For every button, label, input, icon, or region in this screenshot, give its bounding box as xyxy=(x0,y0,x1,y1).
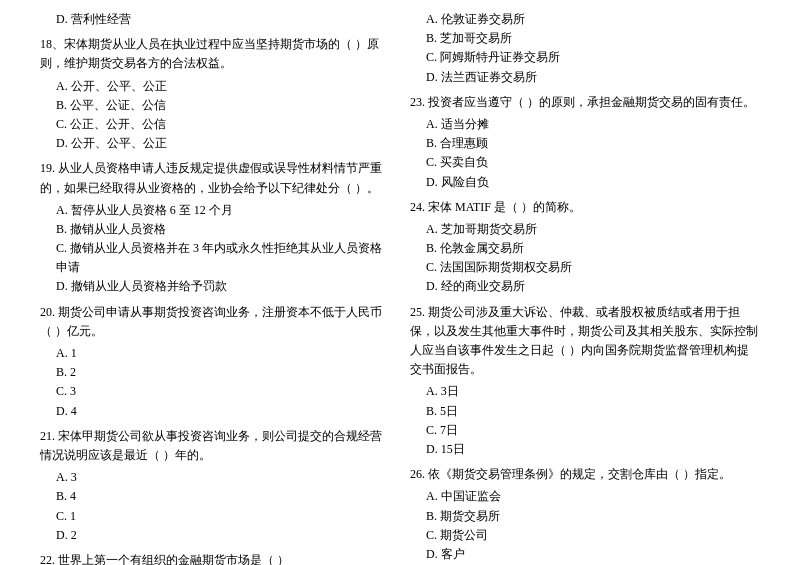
q26-opt-b: B. 期货交易所 xyxy=(426,507,760,526)
q20-opt-b: B. 2 xyxy=(56,363,390,382)
q19-opt-b: B. 撤销从业人员资格 xyxy=(56,220,390,239)
q24-opt-d: D. 经的商业交易所 xyxy=(426,277,760,296)
q26-text: 26. 依《期货交易管理条例》的规定，交割仓库由（ ）指定。 xyxy=(410,465,760,484)
q22-options-block: A. 伦敦证券交易所 B. 芝加哥交易所 C. 阿姆斯特丹证券交易所 D. 法兰… xyxy=(410,10,760,87)
q25-opt-b: B. 5日 xyxy=(426,402,760,421)
q22-opt-c: C. 阿姆斯特丹证券交易所 xyxy=(426,48,760,67)
q21-opt-a: A. 3 xyxy=(56,468,390,487)
q25-opt-d: D. 15日 xyxy=(426,440,760,459)
q21-text: 21. 宋体甲期货公司欲从事投资咨询业务，则公司提交的合规经营情况说明应该是最近… xyxy=(40,427,390,465)
q19-opt-d: D. 撤销从业人员资格并给予罚款 xyxy=(56,277,390,296)
left-column: D. 营利性经营 18、宋体期货从业人员在执业过程中应当坚持期货市场的（ ）原则… xyxy=(40,10,400,565)
q23-opt-c: C. 买卖自负 xyxy=(426,153,760,172)
q22-text: 22. 世界上第一个有组织的金融期货市场是（ ） xyxy=(40,551,390,565)
q25-opt-a: A. 3日 xyxy=(426,382,760,401)
q19-opt-a: A. 暂停从业人员资格 6 至 12 个月 xyxy=(56,201,390,220)
question-23: 23. 投资者应当遵守（ ）的原则，承担金融期货交易的固有责任。 A. 适当分摊… xyxy=(410,93,760,192)
question-20: 20. 期货公司申请从事期货投资咨询业务，注册资本不低于人民币（ ）亿元。 A.… xyxy=(40,303,390,421)
q21-opt-b: B. 4 xyxy=(56,487,390,506)
q18-opt-b: B. 公平、公证、公信 xyxy=(56,96,390,115)
q26-opt-c: C. 期货公司 xyxy=(426,526,760,545)
q23-opt-a: A. 适当分摊 xyxy=(426,115,760,134)
q22-opt-a: A. 伦敦证券交易所 xyxy=(426,10,760,29)
q25-opt-c: C. 7日 xyxy=(426,421,760,440)
q21-opt-c: C. 1 xyxy=(56,507,390,526)
q20-text: 20. 期货公司申请从事期货投资咨询业务，注册资本不低于人民币（ ）亿元。 xyxy=(40,303,390,341)
q18-opt-d: D. 公开、公平、公正 xyxy=(56,134,390,153)
q26-opt-d: D. 客户 xyxy=(426,545,760,564)
q23-opt-b: B. 合理惠顾 xyxy=(426,134,760,153)
q21-opt-d: D. 2 xyxy=(56,526,390,545)
option-text: D. 营利性经营 xyxy=(56,10,390,29)
q22-opt-d: D. 法兰西证券交易所 xyxy=(426,68,760,87)
q22-opt-b: B. 芝加哥交易所 xyxy=(426,29,760,48)
question-18: 18、宋体期货从业人员在执业过程中应当坚持期货市场的（ ）原则，维护期货交易各方… xyxy=(40,35,390,153)
question-22: 22. 世界上第一个有组织的金融期货市场是（ ） xyxy=(40,551,390,565)
main-content: D. 营利性经营 18、宋体期货从业人员在执业过程中应当坚持期货市场的（ ）原则… xyxy=(40,10,760,565)
q24-opt-b: B. 伦敦金属交易所 xyxy=(426,239,760,258)
question-19: 19. 从业人员资格申请人违反规定提供虚假或误导性材料情节严重的，如果已经取得从… xyxy=(40,159,390,296)
right-column: A. 伦敦证券交易所 B. 芝加哥交易所 C. 阿姆斯特丹证券交易所 D. 法兰… xyxy=(400,10,760,565)
question-26: 26. 依《期货交易管理条例》的规定，交割仓库由（ ）指定。 A. 中国证监会 … xyxy=(410,465,760,564)
q24-opt-a: A. 芝加哥期货交易所 xyxy=(426,220,760,239)
question-25: 25. 期货公司涉及重大诉讼、仲裁、或者股权被质结或者用于担保，以及发生其他重大… xyxy=(410,303,760,460)
q19-opt-c: C. 撤销从业人员资格并在 3 年内或永久性拒绝其从业人员资格申请 xyxy=(56,239,390,277)
q24-opt-c: C. 法国国际期货期权交易所 xyxy=(426,258,760,277)
q18-opt-a: A. 公开、公平、公正 xyxy=(56,77,390,96)
q26-opt-a: A. 中国证监会 xyxy=(426,487,760,506)
q18-opt-c: C. 公正、公开、公信 xyxy=(56,115,390,134)
q18-text: 18、宋体期货从业人员在执业过程中应当坚持期货市场的（ ）原则，维护期货交易各方… xyxy=(40,35,390,73)
question-24: 24. 宋体 MATIF 是（ ）的简称。 A. 芝加哥期货交易所 B. 伦敦金… xyxy=(410,198,760,297)
q23-opt-d: D. 风险自负 xyxy=(426,173,760,192)
q20-opt-d: D. 4 xyxy=(56,402,390,421)
question-21: 21. 宋体甲期货公司欲从事投资咨询业务，则公司提交的合规经营情况说明应该是最近… xyxy=(40,427,390,545)
q23-text: 23. 投资者应当遵守（ ）的原则，承担金融期货交易的固有责任。 xyxy=(410,93,760,112)
q25-text: 25. 期货公司涉及重大诉讼、仲裁、或者股权被质结或者用于担保，以及发生其他重大… xyxy=(410,303,760,380)
q20-opt-a: A. 1 xyxy=(56,344,390,363)
q19-text: 19. 从业人员资格申请人违反规定提供虚假或误导性材料情节严重的，如果已经取得从… xyxy=(40,159,390,197)
q24-text: 24. 宋体 MATIF 是（ ）的简称。 xyxy=(410,198,760,217)
option-d-last: D. 营利性经营 xyxy=(40,10,390,29)
q20-opt-c: C. 3 xyxy=(56,382,390,401)
